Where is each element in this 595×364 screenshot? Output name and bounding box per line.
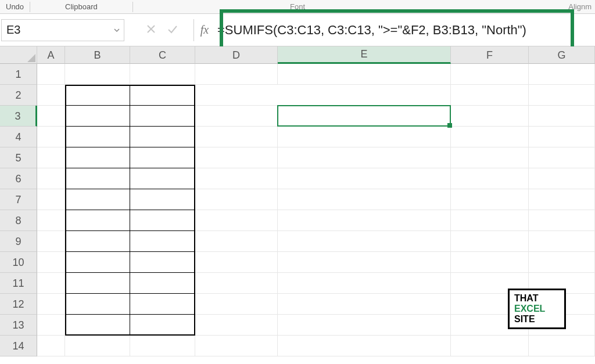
cell-A4[interactable] — [37, 127, 65, 147]
table-cell-region[interactable] — [65, 189, 130, 210]
cell-D14[interactable] — [195, 336, 278, 356]
ribbon-undo-label[interactable]: Undo — [0, 0, 30, 14]
cell-F5[interactable] — [451, 147, 529, 168]
table-cell-region[interactable] — [65, 231, 130, 252]
cell-F6[interactable] — [451, 168, 529, 189]
fx-icon[interactable]: fx — [194, 23, 212, 37]
cell-A11[interactable] — [37, 273, 65, 294]
cell-F9[interactable] — [451, 231, 529, 252]
criteria-threshold[interactable] — [451, 85, 529, 106]
cell-D12[interactable] — [195, 294, 278, 315]
cell-G5[interactable] — [529, 147, 595, 168]
criteria-label[interactable] — [195, 85, 451, 106]
cell-E8[interactable] — [278, 210, 451, 231]
cell-F3[interactable] — [451, 106, 529, 127]
cell-F14[interactable] — [451, 336, 529, 356]
cell-E4[interactable] — [278, 127, 451, 147]
cell-A9[interactable] — [37, 231, 65, 252]
cell-G9[interactable] — [529, 231, 595, 252]
column-header-B[interactable]: B — [65, 46, 130, 64]
row-header-3[interactable]: 3 — [0, 106, 37, 127]
cell-A6[interactable] — [37, 168, 65, 189]
cell-D11[interactable] — [195, 273, 278, 294]
cell-D4[interactable] — [195, 127, 278, 147]
row-header-13[interactable]: 13 — [0, 315, 37, 336]
cell-F1[interactable] — [451, 64, 529, 85]
cell-F10[interactable] — [451, 252, 529, 273]
column-header-E[interactable]: E — [278, 46, 451, 64]
table-cell-region[interactable] — [65, 210, 130, 231]
select-all-corner[interactable] — [0, 46, 37, 64]
cell-A13[interactable] — [37, 315, 65, 336]
name-box[interactable]: E3 — [1, 19, 124, 41]
cell-D9[interactable] — [195, 231, 278, 252]
table-cell-sales[interactable] — [130, 315, 195, 336]
column-header-D[interactable]: D — [195, 46, 278, 64]
column-header-C[interactable]: C — [130, 46, 195, 64]
cell-A1[interactable] — [37, 64, 65, 85]
table-cell-sales[interactable] — [130, 294, 195, 315]
table-cell-region[interactable] — [65, 147, 130, 168]
cell-G4[interactable] — [529, 127, 595, 147]
cell-E7[interactable] — [278, 189, 451, 210]
cell-F7[interactable] — [451, 189, 529, 210]
cell-E11[interactable] — [278, 273, 451, 294]
cell-E6[interactable] — [278, 168, 451, 189]
cell-G1[interactable] — [529, 64, 595, 85]
cancel-icon[interactable] — [146, 23, 156, 38]
cell-B1[interactable] — [65, 64, 130, 85]
cell-A7[interactable] — [37, 189, 65, 210]
column-header-G[interactable]: G — [529, 46, 595, 64]
table-cell-sales[interactable] — [130, 106, 195, 127]
cell-G8[interactable] — [529, 210, 595, 231]
row-header-7[interactable]: 7 — [0, 189, 37, 210]
cell-A2[interactable] — [37, 85, 65, 106]
cell-E1[interactable] — [278, 64, 451, 85]
spreadsheet-grid[interactable]: ABCDEFG 1234567891011121314 THAT EXCEL S… — [0, 46, 595, 364]
cell-D10[interactable] — [195, 252, 278, 273]
table-cell-region[interactable] — [65, 294, 130, 315]
table-cell-region[interactable] — [65, 315, 130, 336]
column-header-A[interactable]: A — [37, 46, 65, 64]
table-cell-region[interactable] — [65, 252, 130, 273]
row-header-6[interactable]: 6 — [0, 168, 37, 189]
cell-F4[interactable] — [451, 127, 529, 147]
cell-E13[interactable] — [278, 315, 451, 336]
cell-G7[interactable] — [529, 189, 595, 210]
column-header-F[interactable]: F — [451, 46, 529, 64]
row-header-5[interactable]: 5 — [0, 147, 37, 168]
table-cell-sales[interactable] — [130, 127, 195, 147]
cell-A3[interactable] — [37, 106, 65, 127]
cell-A12[interactable] — [37, 294, 65, 315]
cell-G2[interactable] — [529, 85, 595, 106]
cell-F8[interactable] — [451, 210, 529, 231]
row-header-4[interactable]: 4 — [0, 127, 37, 147]
row-header-11[interactable]: 11 — [0, 273, 37, 294]
cell-D7[interactable] — [195, 189, 278, 210]
cell-G6[interactable] — [529, 168, 595, 189]
cell-E12[interactable] — [278, 294, 451, 315]
row-header-14[interactable]: 14 — [0, 336, 37, 356]
cell-C14[interactable] — [130, 336, 195, 356]
cell-E10[interactable] — [278, 252, 451, 273]
cell-D13[interactable] — [195, 315, 278, 336]
table-cell-sales[interactable] — [130, 273, 195, 294]
table-cell-region[interactable] — [65, 106, 130, 127]
cell-A5[interactable] — [37, 147, 65, 168]
cell-D1[interactable] — [195, 64, 278, 85]
row-header-8[interactable]: 8 — [0, 210, 37, 231]
formula-input[interactable]: =SUMIFS(C3:C13, C3:C13, ">="&F2, B3:B13,… — [212, 19, 595, 41]
table-header-region[interactable] — [65, 85, 130, 106]
table-cell-region[interactable] — [65, 273, 130, 294]
cell-E5[interactable] — [278, 147, 451, 168]
table-cell-region[interactable] — [65, 168, 130, 189]
formula-result[interactable] — [278, 106, 451, 127]
cell-B14[interactable] — [65, 336, 130, 356]
table-header-sales[interactable] — [130, 85, 195, 106]
table-cell-sales[interactable] — [130, 252, 195, 273]
table-cell-sales[interactable] — [130, 210, 195, 231]
row-header-1[interactable]: 1 — [0, 64, 37, 85]
cell-G14[interactable] — [529, 336, 595, 356]
table-cell-sales[interactable] — [130, 168, 195, 189]
table-cell-sales[interactable] — [130, 147, 195, 168]
